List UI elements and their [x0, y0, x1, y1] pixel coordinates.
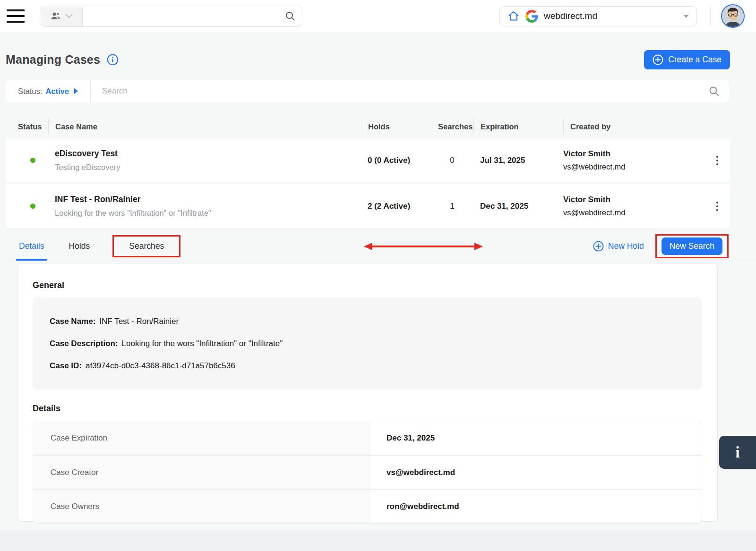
cases-search-icon[interactable] [708, 85, 729, 97]
case-searches: 1 [431, 202, 473, 211]
column-header-case-name: Case Name [48, 119, 361, 135]
creator-email: vs@webdirect.md [563, 162, 704, 171]
status-dot-icon [30, 203, 35, 209]
people-icon [50, 11, 61, 21]
global-search [40, 6, 302, 27]
account-domain-selector[interactable]: webdirect.md [499, 6, 697, 26]
case-description-line: Case Description:Looking for the wors "I… [50, 332, 685, 355]
details-row: Case Expiration Dec 31, 2025 [33, 421, 702, 455]
case-holds: 2 (2 Active) [361, 202, 431, 211]
info-side-tab[interactable]: i [719, 436, 756, 469]
page-title: Managing Cases [6, 53, 100, 67]
menu-icon[interactable] [7, 9, 25, 23]
row-menu-icon[interactable] [704, 198, 730, 215]
chevron-down-icon [65, 14, 73, 18]
general-section-title: General [33, 280, 702, 290]
case-expiration: Dec 31, 2025 [473, 202, 563, 211]
column-header-searches: Searches [431, 119, 473, 135]
case-description: Looking for the wors "Infiltration" or "… [55, 209, 361, 218]
case-holds: 0 (0 Active) [361, 156, 431, 165]
cases-table-header: Status Case Name Holds Searches Expirati… [6, 115, 730, 138]
case-tabs-bar: Details Holds Searches New Hold New Sear… [6, 232, 756, 261]
general-info-box: Case Name:INF Test - Ron/Rainier Case De… [33, 297, 702, 390]
case-expiration: Jul 31, 2025 [473, 156, 563, 165]
status-dot-icon [30, 158, 35, 163]
annotation-arrow [363, 241, 484, 252]
case-id-line: Case ID:af3974cb-d0c3-4368-86c1-d71a57b6… [50, 355, 685, 377]
cases-filter-bar: Status: Active [6, 80, 729, 102]
creator-name: Victor Smith [563, 195, 704, 204]
search-icon[interactable] [278, 11, 302, 21]
status-expand-icon [74, 88, 78, 94]
annotation-box-searches: Searches [112, 235, 180, 257]
cases-search-input[interactable] [91, 80, 708, 102]
details-section-title: Details [33, 404, 702, 414]
row-menu-icon[interactable] [704, 152, 730, 169]
column-header-expiration: Expiration [473, 119, 563, 135]
caret-down-icon [683, 15, 689, 18]
case-name: INF Test - Ron/Rainier [55, 195, 361, 204]
avatar[interactable] [721, 4, 745, 28]
status-filter[interactable]: Status: Active [6, 80, 91, 102]
annotation-box-new-search: New Search [655, 234, 729, 258]
account-domain: webdirect.md [544, 11, 597, 21]
bottom-strip [0, 530, 756, 551]
tab-holds[interactable]: Holds [67, 237, 92, 256]
home-icon [507, 10, 520, 22]
topbar-divider [710, 7, 711, 25]
case-searches: 0 [431, 156, 473, 165]
table-row[interactable]: eDiscovery Test Testing eDiscovery 0 (0 … [6, 138, 730, 182]
creator-email: vs@webdirect.md [563, 208, 704, 217]
google-logo-icon [525, 10, 538, 23]
creator-name: Victor Smith [563, 149, 704, 159]
tab-details[interactable]: Details [17, 237, 46, 256]
case-details-panel: General Case Name:INF Test - Ron/Rainier… [17, 263, 718, 522]
details-table: Case Expiration Dec 31, 2025 Case Creato… [33, 421, 702, 524]
case-name-line: Case Name:INF Test - Ron/Rainier [50, 310, 685, 332]
table-row[interactable]: INF Test - Ron/Rainier Looking for the w… [6, 184, 730, 228]
search-scope-dropdown[interactable] [40, 6, 83, 26]
details-row: Case Owners ron@webdirect.md [33, 489, 702, 523]
column-header-holds: Holds [361, 119, 431, 135]
plus-circle-icon [653, 54, 663, 65]
details-row: Case Creator vs@webdirect.md [33, 455, 702, 489]
column-header-status: Status [6, 119, 48, 135]
new-search-button[interactable]: New Search [662, 237, 722, 255]
case-name: eDiscovery Test [55, 149, 361, 159]
info-icon[interactable] [107, 54, 119, 66]
column-header-created-by: Created by [563, 119, 704, 135]
main-content: Managing Cases Create a Case Status: Act… [0, 49, 756, 522]
global-search-input[interactable] [83, 6, 278, 26]
tab-searches[interactable]: Searches [127, 237, 166, 256]
create-case-button[interactable]: Create a Case [644, 50, 730, 69]
case-description: Testing eDiscovery [55, 163, 361, 172]
topbar: webdirect.md [0, 0, 756, 32]
